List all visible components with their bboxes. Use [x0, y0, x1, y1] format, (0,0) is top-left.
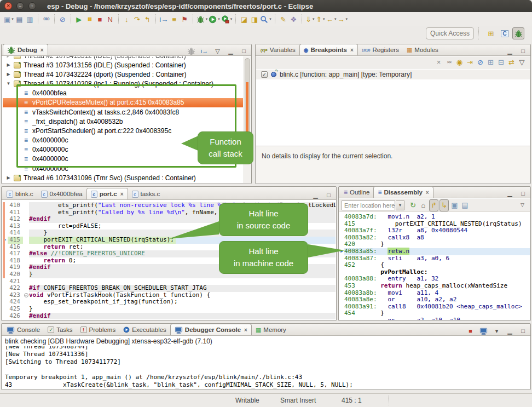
close-tab-icon[interactable]: × [120, 191, 124, 197]
last-edit-location-icon[interactable]: ⇓▾ [305, 13, 315, 25]
minimize-icon[interactable]: ▁ [311, 191, 320, 199]
tab-registers[interactable]: 1010Registers [358, 44, 403, 55]
tab-console[interactable]: Console [3, 324, 44, 335]
trace-control-icon[interactable]: ⚑ [180, 13, 189, 25]
view-menu-icon[interactable]: ▽ [517, 56, 527, 68]
save-all-icon[interactable]: ▥ [25, 13, 34, 25]
sync-with-context-icon[interactable]: ↱ [429, 199, 438, 211]
window-minimize-button[interactable]: – [16, 2, 24, 10]
debug-perspective-icon[interactable] [512, 27, 524, 39]
disassembly-line[interactable]: or a2, a10, a10 [339, 317, 530, 320]
toggle-mark-occurrences-icon[interactable]: ✎ [279, 13, 288, 25]
external-tools-icon-dropdown[interactable]: ▾ [230, 17, 233, 21]
tab-blink-c[interactable]: cblink.c [3, 188, 37, 199]
maximize-icon[interactable]: □ [239, 47, 248, 55]
minimize-icon[interactable]: ▁ [226, 47, 235, 55]
maximize-icon[interactable]: □ [324, 191, 333, 199]
save-icon[interactable]: ▤ [15, 13, 24, 25]
open-resource-icon[interactable]: ◨ [250, 13, 259, 25]
skip-all-breakpoints-icon[interactable]: ⊘ [58, 13, 67, 25]
maximize-icon[interactable]: □ [518, 326, 528, 335]
link-with-debug-view-icon[interactable]: ⇄ [507, 56, 516, 68]
go-into-icon-dropdown[interactable]: ▾ [323, 17, 325, 21]
debug-thread-row[interactable]: ▶Thread #6 1073431096 (Tmr Svc) (Suspend… [3, 173, 243, 182]
resume-icon[interactable]: ▶ [74, 13, 84, 25]
debug-thread-row[interactable]: ▶Thread #4 1073432224 (dport) (Suspended… [3, 70, 243, 79]
remove-all-terminated-icon[interactable] [187, 47, 196, 55]
skip-all-breakpoints-icon[interactable]: ⊘ [476, 56, 485, 68]
expander-expanded-icon[interactable]: ▼ [6, 81, 11, 86]
disassembly-code[interactable]: 40083a7d: movi.n a2, 1415 portEXIT_CRITI… [339, 213, 530, 320]
tab-breakpoints[interactable]: ◉Breakpoints× [299, 44, 358, 55]
show-breakpoints-supported-icon[interactable]: ◉ [455, 56, 464, 68]
tab-disassembly[interactable]: ≡Disassembly× [373, 186, 433, 198]
location-input[interactable]: Enter location here [342, 200, 395, 210]
expander-collapsed-icon[interactable]: ▶ [6, 62, 11, 67]
debug-thread-row[interactable]: ▶Thread #2 1073413312 (IDLE) (Suspended … [3, 56, 243, 60]
new-wizard-icon[interactable]: ▣▾ [4, 13, 14, 25]
remove-breakpoint-icon[interactable]: × [434, 56, 443, 68]
remove-all-breakpoints-icon[interactable]: ×× [444, 56, 454, 68]
line-number[interactable]: 412 [8, 216, 23, 223]
breakpoint-checkbox[interactable]: ✓ [261, 71, 268, 78]
back-icon-dropdown[interactable]: ▾ [334, 17, 337, 21]
suspend-icon[interactable]: ▮▮ [85, 13, 94, 25]
tab-port-c[interactable]: cport.c× [86, 188, 128, 199]
tab-modules[interactable]: ▦Modules [403, 44, 442, 55]
search-icon[interactable]: ▾ [260, 13, 271, 25]
close-tab-icon[interactable]: × [426, 190, 429, 196]
tab-outline[interactable]: ≡Outline [340, 187, 373, 198]
new-wizard-icon-dropdown[interactable]: ▾ [11, 17, 14, 21]
line-number[interactable]: 425 [8, 306, 23, 313]
terminate-icon[interactable]: ■ [95, 13, 105, 25]
close-tab-icon[interactable]: × [41, 47, 44, 53]
tab-0x4000bfea[interactable]: c0x4000bfea [37, 188, 86, 199]
code-line[interactable]: 425} [2, 306, 336, 313]
code-line[interactable]: 426#endif [2, 313, 336, 320]
tab-debug[interactable]: Debug× [3, 44, 48, 55]
step-return-icon[interactable]: ↰ [143, 13, 152, 25]
binary-view-icon[interactable]: 010 [42, 13, 51, 25]
copy-to-clipboard-icon[interactable]: ▤ [460, 199, 470, 211]
debug-icon[interactable]: ▾ [196, 13, 208, 25]
terminate-icon[interactable]: ■ [466, 326, 475, 335]
tab-variables[interactable]: (x)=Variables [257, 44, 299, 55]
tab-tasks[interactable]: ✓Tasks [44, 324, 76, 335]
minimize-icon[interactable]: ▁ [505, 47, 514, 55]
console-output[interactable]: blink checking [GDB Hardware Debugging] … [2, 336, 530, 389]
minimize-icon[interactable]: ▁ [505, 189, 514, 198]
tab-memory[interactable]: ▦Memory [252, 324, 290, 335]
instruction-stepping-mode-icon[interactable]: ≡ [170, 13, 179, 25]
code-line[interactable]: 424 esp_set_breakpoint_if_jtag(function)… [2, 299, 336, 306]
run-icon-dropdown[interactable]: ▾ [218, 17, 220, 21]
forward-icon[interactable]: →▾ [337, 13, 348, 25]
expander-collapsed-icon[interactable]: ▶ [6, 175, 11, 180]
step-into-icon[interactable]: ↓ [122, 13, 131, 25]
view-menu-icon[interactable]: ▽ [518, 199, 527, 211]
c-cpp-perspective-icon[interactable]: C [499, 27, 511, 39]
search-icon-dropdown[interactable]: ▾ [269, 17, 271, 21]
home-icon[interactable]: ⌂ [419, 199, 428, 211]
fold-marker-icon[interactable]: – [24, 293, 28, 297]
open-new-view-icon[interactable]: ▣ [450, 199, 459, 211]
collapse-all-icon[interactable]: ⊟ [496, 56, 506, 68]
tab-tasks-c[interactable]: ctasks.c [128, 188, 164, 199]
external-tools-icon[interactable]: ▾ [221, 13, 233, 25]
minimize-icon[interactable]: ▁ [505, 326, 514, 335]
disconnect-icon[interactable]: N [106, 13, 115, 25]
line-number[interactable]: 417 [8, 250, 23, 257]
last-edit-location-icon-dropdown[interactable]: ▾ [313, 17, 315, 21]
step-over-icon[interactable]: ↷ [132, 13, 142, 25]
fold-marker-icon[interactable]: – [23, 292, 29, 299]
display-selected-console-icon[interactable] [479, 326, 488, 335]
expander-collapsed-icon[interactable]: ▶ [6, 56, 11, 58]
console-menu-icon[interactable]: ▾ [492, 326, 501, 335]
back-icon[interactable]: ←▾ [326, 13, 337, 25]
go-to-file-for-breakpoint-icon[interactable]: ⇥ [465, 56, 475, 68]
quick-access-button[interactable]: Quick Access [426, 27, 474, 39]
line-number[interactable]: 420 [8, 271, 23, 278]
window-close-button[interactable]: ✕ [4, 2, 12, 10]
close-tab-icon[interactable]: × [350, 47, 354, 53]
location-dropdown-icon[interactable]: ▼ [396, 200, 404, 210]
breakpoint-item[interactable]: ✓ blink.c [function: app_main] [type: Te… [256, 70, 530, 79]
